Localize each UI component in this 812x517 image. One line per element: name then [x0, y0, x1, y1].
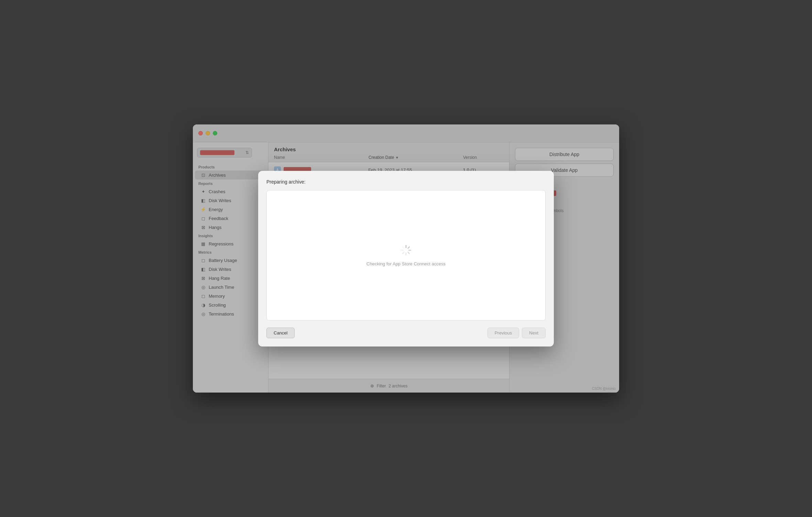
next-button[interactable]: Next: [522, 328, 546, 338]
cancel-button[interactable]: Cancel: [266, 328, 295, 338]
nav-buttons: Previous Next: [487, 328, 546, 338]
preparing-archive-modal: Preparing archive: Checking for App: [258, 171, 554, 346]
spinner-container: Checking for App Store Connect access: [366, 244, 446, 266]
svg-line-7: [403, 247, 404, 248]
main-window: ⇅ Products ⊡ Archives Reports ✦ Crashes …: [193, 124, 619, 393]
loading-spinner: [400, 244, 412, 256]
svg-line-3: [408, 252, 409, 254]
modal-overlay: Preparing archive: Checking for App: [193, 124, 619, 393]
svg-line-1: [408, 247, 409, 248]
svg-line-5: [403, 252, 404, 254]
modal-title: Preparing archive:: [266, 179, 546, 185]
previous-button[interactable]: Previous: [487, 328, 519, 338]
modal-content-area: Checking for App Store Connect access: [266, 190, 546, 321]
spinner-status-text: Checking for App Store Connect access: [366, 261, 446, 266]
modal-footer: Cancel Previous Next: [266, 328, 546, 338]
